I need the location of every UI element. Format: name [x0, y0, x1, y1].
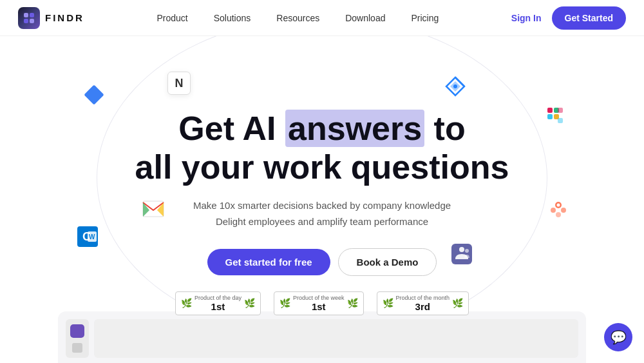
jira-icon	[444, 75, 467, 101]
preview-logo-icon	[70, 324, 84, 338]
logo-icon	[18, 7, 40, 29]
svg-rect-1	[30, 13, 34, 17]
hubspot-icon	[547, 197, 570, 223]
nav-item-download[interactable]: Download	[345, 12, 385, 24]
outlook-icon: O W	[77, 226, 98, 250]
notion-icon: N	[167, 72, 191, 95]
svg-rect-2	[24, 19, 28, 23]
hero-buttons: Get started for free Book a Demo	[135, 248, 509, 276]
svg-point-17	[561, 208, 566, 213]
preview-main-area	[94, 319, 578, 358]
hero-title: Get AI answers to all your work question…	[135, 110, 509, 187]
navbar: FINDR Product Solutions Resources Downlo…	[0, 0, 644, 36]
badges-row: 🌿 Product of the day 1st 🌿 🌿 Product of …	[135, 291, 509, 315]
diamond-icon	[87, 88, 101, 102]
hero-title-part2: to	[424, 110, 466, 147]
preview-nav-icon	[72, 343, 82, 353]
app-preview	[58, 311, 586, 363]
nav-right: Sign In Get Started	[511, 6, 626, 30]
logo[interactable]: FINDR	[18, 7, 84, 29]
nav-item-solutions[interactable]: Solutions	[214, 12, 251, 24]
nav-item-resources[interactable]: Resources	[276, 12, 319, 24]
badge-product-day: 🌿 Product of the day 1st 🌿	[175, 291, 261, 315]
svg-rect-6	[547, 114, 553, 119]
svg-point-19	[556, 212, 561, 217]
svg-rect-9	[558, 108, 563, 113]
svg-rect-5	[547, 108, 553, 113]
badge-product-week: 🌿 Product of the week 1st 🌿	[274, 291, 364, 315]
hero-content: Get AI answers to all your work question…	[135, 110, 509, 315]
sign-in-button[interactable]: Sign In	[511, 13, 542, 23]
hero-title-part1: Get AI	[178, 110, 285, 147]
book-demo-button[interactable]: Book a Demo	[338, 248, 437, 276]
badge-product-month: 🌿 Product of the month 3rd 🌿	[377, 291, 469, 315]
preview-sidebar	[66, 319, 89, 358]
hero-title-highlight: answers	[285, 110, 424, 147]
svg-point-20	[557, 204, 560, 207]
chat-bubble-icon: 💬	[611, 329, 627, 345]
svg-point-4	[453, 84, 457, 88]
nav-get-started-button[interactable]: Get Started	[552, 6, 626, 30]
nav-item-product[interactable]: Product	[156, 12, 187, 24]
get-started-for-free-button[interactable]: Get started for free	[207, 249, 330, 275]
svg-rect-3	[30, 19, 34, 23]
chat-widget-button[interactable]: 💬	[604, 323, 632, 351]
svg-rect-0	[24, 13, 28, 17]
nav-item-pricing[interactable]: Pricing	[411, 12, 439, 24]
hero-title-line2: all your work questions	[135, 148, 509, 186]
slack-icon	[544, 104, 567, 130]
hero-subtitle: Make 10x smarter decisions backed by com…	[135, 197, 509, 230]
logo-text: FINDR	[45, 12, 84, 23]
nav-links: Product Solutions Resources Download Pri…	[156, 12, 439, 24]
svg-point-18	[551, 208, 556, 213]
hero-section: N	[0, 36, 644, 363]
svg-text:W: W	[89, 233, 95, 240]
svg-rect-10	[558, 118, 563, 123]
